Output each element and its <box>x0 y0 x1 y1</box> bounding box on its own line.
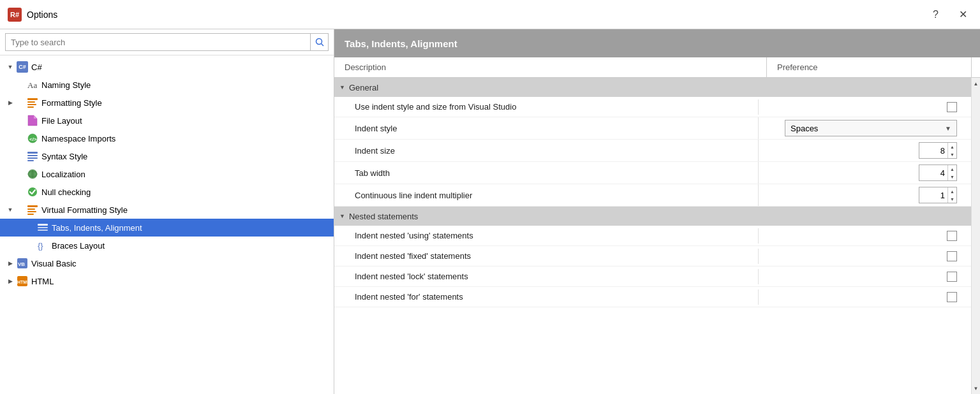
right-panel-header: Tabs, Indents, Alignment <box>334 29 980 57</box>
csharp-icon: C# <box>17 61 28 73</box>
spinner-up-indent-size[interactable]: ▲ <box>948 143 956 150</box>
expand-general-arrow: ▼ <box>339 84 345 91</box>
file-icon <box>27 115 38 126</box>
formatting-icon <box>27 97 38 108</box>
title-bar-controls: ? ✕ <box>928 6 972 23</box>
expand-nullchecking <box>5 187 15 197</box>
svg-rect-23 <box>38 227 48 228</box>
sidebar-item-namespace[interactable]: </> Namespace Imports <box>0 129 334 147</box>
spinner-tab-width[interactable]: 4 ▲ ▼ <box>919 164 957 181</box>
expand-virtualfmt[interactable]: ▼ <box>5 205 15 215</box>
setting-desc-continuous-line: Continuous line indent multiplier <box>334 187 758 204</box>
spinner-up-continuous-line[interactable]: ▲ <box>948 187 956 195</box>
checkbox-indent-using[interactable] <box>947 231 957 241</box>
dropdown-indent-style[interactable]: Spaces ▼ <box>785 120 957 136</box>
setting-indent-fixed: Indent nested 'fixed' statements <box>334 246 971 266</box>
sidebar-item-formatting[interactable]: ▶ Formatting Style <box>0 94 334 112</box>
right-scrollbar[interactable]: ▲ ▼ <box>971 78 980 394</box>
setting-pref-indent-lock <box>758 269 962 284</box>
namespace-icon: </> <box>27 133 38 144</box>
sidebar-item-label: Null checking <box>41 187 91 197</box>
spinner-continuous-line[interactable]: 1 ▲ ▼ <box>919 187 957 203</box>
sidebar-item-braces[interactable]: {} Braces Layout <box>0 237 334 254</box>
virtualfmt-icon <box>27 204 38 215</box>
expand-nested-arrow: ▼ <box>339 213 345 219</box>
table-header: Description Preference <box>334 57 980 78</box>
spinner-down-continuous-line[interactable]: ▼ <box>948 195 956 203</box>
checkbox-use-indent[interactable] <box>947 102 957 112</box>
sidebar-item-naming[interactable]: Aa Naming Style <box>0 76 334 94</box>
search-button[interactable] <box>311 33 329 51</box>
svg-rect-22 <box>38 224 48 226</box>
svg-text:Aa: Aa <box>27 80 37 90</box>
setting-desc-tab-width: Tab width <box>334 164 758 182</box>
left-panel: ▼ C# C# Aa Naming Style ▶ <box>0 29 334 394</box>
svg-rect-20 <box>27 211 36 212</box>
expand-vbasic[interactable]: ▶ <box>5 258 15 268</box>
checkbox-indent-for[interactable] <box>947 292 957 302</box>
sidebar-item-html[interactable]: ▶ HTML HTML <box>0 272 334 290</box>
setting-indent-lock: Indent nested 'lock' statements <box>334 266 971 287</box>
expand-html[interactable]: ▶ <box>5 276 15 286</box>
scroll-up-arrow[interactable]: ▲ <box>972 79 981 88</box>
sidebar-item-nullchecking[interactable]: Null checking <box>0 183 334 201</box>
main-content: ▼ C# C# Aa Naming Style ▶ <box>0 29 980 394</box>
setting-use-indent-style: Use indent style and size from Visual St… <box>334 97 971 117</box>
setting-desc-indent-style: Indent style <box>334 120 758 137</box>
expand-formatting[interactable]: ▶ <box>5 98 15 108</box>
sidebar-item-label: Visual Basic <box>31 259 77 268</box>
null-icon <box>27 186 38 198</box>
sidebar-item-label: Tabs, Indents, Alignment <box>52 223 142 233</box>
search-input[interactable] <box>5 33 311 51</box>
tabs-icon <box>37 222 48 233</box>
sidebar-item-localization[interactable]: Localization <box>0 165 334 183</box>
help-button[interactable]: ? <box>928 6 944 23</box>
col-description-header: Description <box>334 57 767 77</box>
svg-rect-14 <box>27 160 34 161</box>
setting-desc-indent-for: Indent nested 'for' statements <box>334 288 758 305</box>
right-panel: Tabs, Indents, Alignment Description Pre… <box>334 29 980 394</box>
spinner-down-indent-size[interactable]: ▼ <box>948 150 956 158</box>
expand-csharp[interactable]: ▼ <box>5 62 15 72</box>
title-bar: R# Options ? ✕ <box>0 0 980 29</box>
search-icon <box>315 38 324 47</box>
setting-pref-use-indent <box>758 99 962 115</box>
expand-localization <box>5 169 15 179</box>
vbasic-icon: VB <box>17 258 28 269</box>
svg-rect-21 <box>27 214 34 215</box>
spinner-indent-size[interactable]: 8 ▲ ▼ <box>919 142 957 159</box>
close-button[interactable]: ✕ <box>954 6 972 23</box>
svg-rect-19 <box>27 208 35 210</box>
sidebar-item-csharp[interactable]: ▼ C# C# <box>0 58 334 76</box>
svg-text:{}: {} <box>38 241 43 251</box>
sidebar-item-virtualfmt[interactable]: ▼ Virtual Formatting Style <box>0 201 334 219</box>
spinner-up-tab-width[interactable]: ▲ <box>948 165 956 173</box>
spinner-down-tab-width[interactable]: ▼ <box>948 173 956 180</box>
sidebar-item-label: Naming Style <box>41 80 91 90</box>
section-nested[interactable]: ▼ Nested statements <box>334 207 971 226</box>
scroll-down-arrow[interactable]: ▼ <box>972 384 981 393</box>
svg-rect-5 <box>27 104 36 105</box>
expand-tabs <box>5 223 15 233</box>
setting-pref-indent-size: 8 ▲ ▼ <box>758 140 962 161</box>
sidebar-item-syntax[interactable]: Syntax Style <box>0 147 334 165</box>
svg-rect-18 <box>27 205 38 207</box>
svg-rect-13 <box>27 157 38 159</box>
setting-indent-for: Indent nested 'for' statements <box>334 287 971 307</box>
window-title: Options <box>27 10 57 20</box>
sidebar-item-label: Formatting Style <box>41 98 102 108</box>
setting-pref-continuous-line: 1 ▲ ▼ <box>758 184 962 206</box>
section-general[interactable]: ▼ General <box>334 78 971 97</box>
localization-icon <box>27 168 38 180</box>
checkbox-indent-fixed[interactable] <box>947 251 957 261</box>
sidebar-item-label: Syntax Style <box>41 152 87 161</box>
sidebar-item-filelayout[interactable]: File Layout <box>0 112 334 129</box>
sidebar-item-tabsindents[interactable]: Tabs, Indents, Alignment <box>0 219 334 237</box>
svg-rect-12 <box>27 155 38 156</box>
settings-content: ▼ General Use indent style and size from… <box>334 78 971 394</box>
checkbox-indent-lock[interactable] <box>947 272 957 282</box>
spinner-value-continuous-line: 1 <box>919 191 947 200</box>
setting-continuous-line: Continuous line indent multiplier 1 ▲ ▼ <box>334 184 971 207</box>
sidebar-item-visualbasic[interactable]: ▶ VB Visual Basic <box>0 254 334 272</box>
panel-title: Tabs, Indents, Alignment <box>345 38 457 49</box>
